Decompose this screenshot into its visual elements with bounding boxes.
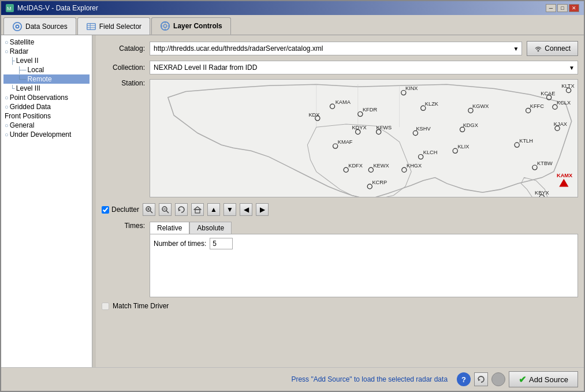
data-sources-icon — [12, 21, 23, 32]
svg-point-10 — [163, 24, 166, 27]
match-time-label: Match Time Driver — [113, 302, 169, 310]
connect-button[interactable]: Connect — [527, 41, 578, 56]
catalog-label: Catalog: — [102, 44, 145, 53]
match-time-checkbox[interactable] — [102, 303, 109, 310]
move-down-button[interactable]: ▼ — [223, 203, 236, 216]
sidebar-item-satellite-label: Satellite — [10, 38, 35, 46]
svg-text:KLTX: KLTX — [561, 83, 574, 89]
svg-point-57 — [344, 167, 348, 172]
svg-text:KCAE: KCAE — [541, 91, 555, 96]
collection-select-wrapper: NEXRAD Level II Radar from IDD ▼ — [150, 61, 578, 74]
refresh-map-button[interactable] — [175, 203, 188, 216]
local-tree-icon: ├─ — [17, 66, 27, 73]
sidebar-item-under-dev[interactable]: ○ Under Development — [3, 130, 90, 139]
svg-point-4 — [17, 25, 18, 27]
svg-point-51 — [515, 143, 519, 147]
tab-data-sources[interactable]: Data Sources — [3, 17, 76, 35]
svg-point-65 — [367, 184, 372, 189]
sidebar-item-local[interactable]: ├─ Local — [3, 65, 90, 74]
relative-tab[interactable]: Relative — [150, 222, 189, 234]
num-times-input[interactable] — [210, 238, 233, 249]
svg-text:KTBW: KTBW — [537, 160, 553, 166]
sidebar-item-satellite[interactable]: ○ Satellite — [3, 38, 90, 47]
title-bar-left: M McIDAS-V - Data Explorer — [6, 4, 98, 12]
move-up-button[interactable]: ▲ — [207, 203, 220, 216]
declutter-checkbox[interactable] — [102, 206, 109, 214]
map-svg: KINX KCAE KLTX KAMA KFDR — [150, 80, 577, 197]
svg-text:KBRO: KBRO — [383, 196, 398, 197]
tab-layer-controls[interactable]: Layer Controls — [151, 17, 231, 35]
level2-expand-icon: ├ — [10, 57, 15, 64]
svg-text:KTLH: KTLH — [519, 138, 533, 144]
svg-text:KLZK: KLZK — [425, 101, 439, 107]
remote-tree-icon: └─ — [17, 76, 27, 83]
absolute-tab[interactable]: Absolute — [189, 222, 232, 234]
sidebar-item-gridded-data[interactable]: ○ Gridded Data — [3, 102, 90, 111]
sidebar-item-gridded-label: Gridded Data — [10, 103, 51, 111]
svg-point-55 — [453, 148, 457, 153]
svg-text:KFFC: KFFC — [530, 103, 544, 109]
svg-point-27 — [358, 111, 363, 116]
zoom-out-icon — [161, 206, 169, 214]
sidebar-item-front-positions[interactable]: Front Positions — [3, 111, 90, 121]
refresh-button[interactable] — [474, 372, 488, 386]
svg-text:KCRP: KCRP — [372, 180, 387, 185]
svg-text:KBYX: KBYX — [535, 190, 549, 196]
sidebar-item-point-obs-label: Point Observations — [10, 94, 68, 102]
svg-text:KHGX: KHGX — [407, 163, 422, 169]
radar-expand-icon: ○ — [5, 48, 9, 55]
sidebar-item-level3[interactable]: └ Level III — [3, 84, 90, 93]
svg-text:KJAX: KJAX — [554, 121, 567, 127]
bottom-bar: Press "Add Source" to load the selected … — [1, 367, 584, 391]
num-times-label: Number of times: — [154, 240, 206, 248]
svg-marker-69 — [560, 180, 568, 186]
tab-data-sources-label: Data Sources — [25, 23, 68, 31]
under-dev-expand-icon: ○ — [5, 131, 9, 138]
times-content: Relative Absolute Number of times: — [150, 222, 578, 297]
tab-field-selector[interactable]: Field Selector — [77, 17, 150, 35]
help-button[interactable]: ? — [457, 372, 471, 386]
main-content: ○ Satellite ○ Radar ├ Level II ├─ Local … — [1, 35, 584, 367]
times-panel: Number of times: — [150, 234, 578, 297]
sidebar-item-point-obs[interactable]: ○ Point Observations — [3, 93, 90, 102]
move-right-button[interactable]: ▶ — [256, 203, 269, 216]
svg-marker-83 — [478, 379, 480, 381]
sidebar-item-radar[interactable]: ○ Radar — [3, 47, 90, 56]
maximize-button[interactable]: □ — [557, 4, 568, 12]
home-button[interactable] — [191, 203, 204, 216]
svg-text:KCLX: KCLX — [557, 100, 571, 106]
status-text: Press "Add Source" to load the selected … — [228, 375, 457, 383]
sidebar-item-general[interactable]: ○ General — [3, 121, 90, 130]
move-left-button[interactable]: ◀ — [240, 203, 252, 216]
connect-label: Connect — [545, 44, 571, 53]
collection-display[interactable]: NEXRAD Level II Radar from IDD — [150, 61, 578, 74]
layer-controls-icon — [160, 21, 170, 31]
bottom-buttons: ? ✔ Add Source — [457, 371, 578, 387]
catalog-input[interactable] — [150, 42, 522, 55]
gray-button[interactable] — [491, 372, 505, 386]
connect-icon — [534, 44, 542, 53]
home-icon — [193, 206, 202, 214]
svg-marker-80 — [178, 209, 181, 211]
minimize-button[interactable]: ─ — [546, 4, 556, 12]
field-selector-icon — [86, 21, 96, 32]
zoom-in-button[interactable] — [143, 203, 155, 216]
tab-layer-controls-label: Layer Controls — [173, 22, 222, 30]
svg-marker-82 — [194, 207, 201, 210]
main-window: M McIDAS-V - Data Explorer ─ □ ✕ Data So… — [0, 0, 585, 392]
sidebar-item-remote[interactable]: └─ Remote — [3, 74, 90, 84]
sidebar-item-remote-label: Remote — [28, 75, 52, 83]
svg-text:KFWS: KFWS — [377, 125, 392, 130]
svg-text:KDFX: KDFX — [348, 163, 363, 169]
window-controls: ─ □ ✕ — [546, 4, 579, 12]
sidebar-item-level3-label: Level III — [16, 84, 40, 92]
sidebar-item-level2[interactable]: ├ Level II — [3, 56, 90, 65]
map-container[interactable]: KINX KCAE KLTX KAMA KFDR — [150, 79, 578, 197]
close-button[interactable]: ✕ — [569, 4, 579, 12]
window-title: McIDAS-V - Data Explorer — [17, 4, 98, 12]
declutter-label: Declutter — [102, 206, 139, 214]
station-row: Station: — [102, 79, 578, 197]
svg-text:KAMA: KAMA — [336, 99, 351, 105]
zoom-out-button[interactable] — [159, 203, 172, 216]
add-source-button[interactable]: ✔ Add Source — [509, 371, 578, 387]
